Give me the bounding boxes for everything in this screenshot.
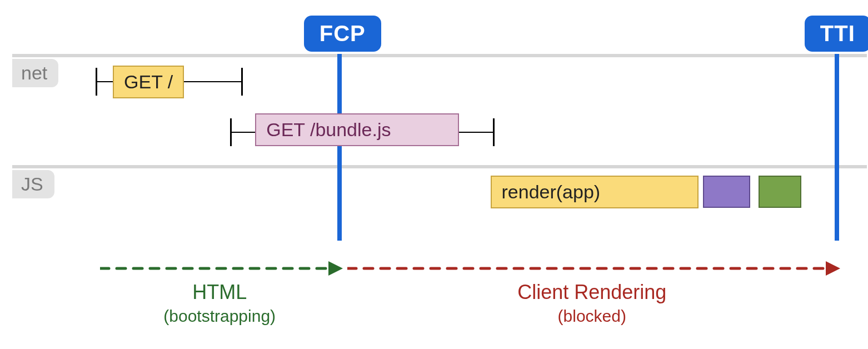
phase-arrow-html [100, 260, 340, 277]
phase-arrow-html-head [328, 261, 343, 276]
phase-title-client: Client Rendering [347, 281, 837, 304]
lane-label-net: net [12, 59, 58, 87]
rule-mid [12, 165, 867, 168]
fcp-marker-line [337, 54, 342, 241]
phase-title-html: HTML [100, 281, 340, 304]
task-get-root: GET / [113, 66, 184, 98]
lane-label-js: JS [12, 170, 54, 198]
tti-marker-line [835, 54, 839, 241]
svg-marker-13 [328, 261, 343, 276]
fcp-marker-pill: FCP [304, 16, 381, 52]
phase-sub-client: (blocked) [347, 307, 837, 326]
tti-marker-pill: TTI [805, 16, 868, 52]
svg-marker-15 [826, 261, 840, 276]
phase-sub-html: (bootstrapping) [100, 307, 340, 326]
phase-arrow-client [347, 260, 837, 277]
task-block-purple [703, 176, 750, 208]
timeline-diagram: net JS FCP TTI GET / GET /bundle.js rend… [0, 0, 868, 349]
task-render-app: render(app) [491, 176, 699, 208]
phase-arrow-client-head [826, 261, 840, 276]
task-get-bundle: GET /bundle.js [255, 113, 459, 146]
rule-top [12, 54, 867, 57]
task-block-green [759, 176, 801, 208]
